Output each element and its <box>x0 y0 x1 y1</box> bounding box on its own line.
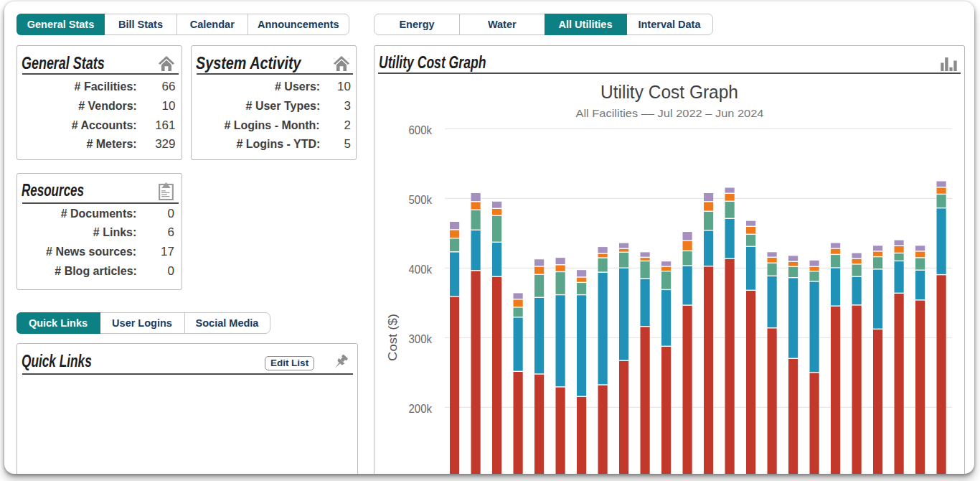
svg-text:500k: 500k <box>409 194 433 206</box>
svg-text:300k: 300k <box>409 333 433 345</box>
svg-text:All Facilities –– Jul 2022 – J: All Facilities –– Jul 2022 – Jun 2024 <box>576 108 764 119</box>
svg-text:400k: 400k <box>409 263 433 276</box>
svg-text:600k: 600k <box>409 124 433 136</box>
svg-text:100k: 100k <box>409 472 433 474</box>
svg-text:Cost ($): Cost ($) <box>387 314 399 361</box>
svg-text:Utility Cost Graph: Utility Cost Graph <box>600 81 738 103</box>
svg-text:200k: 200k <box>409 403 433 415</box>
